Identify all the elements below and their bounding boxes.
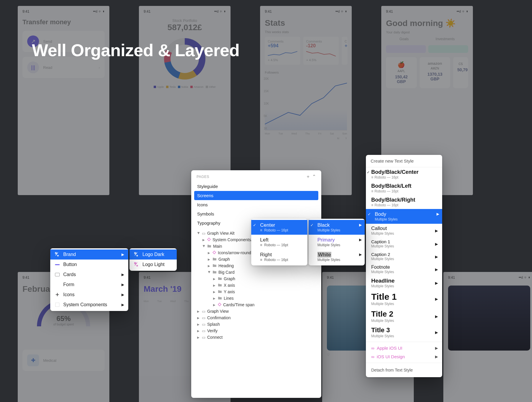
layer-row[interactable]: ▶Lines — [195, 295, 317, 302]
align-left[interactable]: Left ≡Roboto — 16pt — [251, 235, 307, 249]
percent-plus-icon — [134, 262, 140, 267]
layer-row[interactable]: ▶▭Splash — [195, 321, 317, 328]
stat-partial: C +5 — [342, 37, 348, 65]
layer-label: Verify — [207, 328, 218, 333]
chevron-right-icon: ▶ — [437, 212, 439, 216]
chevron-right-icon: ▶ — [121, 293, 124, 297]
chevron-right-icon: ▶ — [435, 281, 438, 285]
color-primary[interactable]: Primary Multiple Styles ▶ — [309, 235, 365, 249]
portfolio-title: Stock Portfolio — [144, 18, 226, 23]
checkmark-icon: ✓ — [310, 223, 314, 227]
night-image — [448, 286, 530, 351]
align-center[interactable]: ✓ Center ≡Roboto — 16pt — [251, 220, 307, 235]
submenu-label: Logo Light — [142, 262, 165, 267]
menu-item-label: Form — [63, 282, 74, 287]
layer-row[interactable]: ▶▭Connect — [195, 334, 317, 341]
phone-transfer-money: 9:41••ıl ᯤ ▮ Transfer money ↗Send |||Rea… — [18, 6, 109, 195]
paragraph-icon: ≡ — [371, 203, 373, 207]
stat-comments-down: Comments -120 + 4.5% — [303, 37, 339, 65]
style-headline[interactable]: Headline Multiple Styles ▶ — [366, 276, 442, 290]
layer-label: Main — [213, 244, 222, 249]
phone-night-card: 9:41••ıl ᯤ ▮ — [443, 272, 532, 402]
layer-row[interactable]: ▶Big Card — [195, 269, 317, 275]
lib-ios-ui-design[interactable]: ∞ iOS UI Design ▶ — [366, 352, 442, 361]
menu-item-cards[interactable]: Cards ▶ — [50, 270, 128, 280]
color-white[interactable]: White Multiple Styles ▶ — [309, 249, 365, 264]
layer-row[interactable]: ▶Y axis — [195, 288, 317, 295]
layer-label: Splash — [207, 322, 220, 327]
menu-item-label: Brand — [63, 252, 76, 257]
menu-item-icons[interactable]: + Icons ▶ — [50, 290, 128, 300]
style-callout[interactable]: Callout Multiple Styles ▶ — [366, 224, 442, 237]
page-icons[interactable]: Icons — [191, 200, 321, 209]
style-body-active[interactable]: ✓ Body Multiple Styles ▶ — [366, 209, 442, 224]
status-bar: 9:41••ıl ᯤ ▮ — [265, 9, 347, 14]
style-title-2[interactable]: Title 2 Multiple Styles ▶ — [366, 308, 442, 325]
layer-row[interactable]: ▶Graph — [195, 275, 317, 282]
layer-label: Lines — [224, 296, 233, 301]
layer-label: Heading — [218, 263, 234, 268]
folder-icon — [218, 290, 222, 294]
chevron-right-icon: ▶ — [435, 297, 438, 301]
layers-panel: PAGES + ⌃ Styleguide Screens Icons Symbo… — [191, 170, 321, 398]
color-black[interactable]: ✓ Black Multiple Styles ▶ — [309, 220, 365, 235]
paragraph-icon: ≡ — [371, 175, 373, 179]
submenu-logo-dark[interactable]: Logo Dark — [129, 249, 177, 260]
menu-item-form[interactable]: Form ▶ — [50, 280, 128, 290]
menu-item-system[interactable]: System Components ▶ — [50, 300, 128, 310]
submenu-label: Logo Dark — [142, 252, 164, 257]
color-flyout: ✓ Black Multiple Styles ▶ Primary Multip… — [309, 219, 365, 265]
phone-portfolio: 9:41••ıl ᯤ ▮ Stock Portfolio 587,012£ Ap… — [139, 6, 231, 195]
style-body-black-center[interactable]: ✓ Body/Black/Center ≡Roboto — 16pt — [366, 167, 442, 181]
svg-point-4 — [134, 252, 136, 254]
style-footnote[interactable]: Footnote Multiple Styles ▶ — [366, 263, 442, 276]
create-text-style[interactable]: Create new Text Style — [366, 155, 442, 167]
menu-item-brand[interactable]: Brand ▶ — [50, 249, 128, 260]
style-title-1[interactable]: Title 1 Multiple Styles ▶ — [366, 290, 442, 308]
plus-icon: + — [54, 292, 60, 297]
style-body-black-left[interactable]: Body/Black/Left ≡Roboto — 16pt — [366, 181, 442, 195]
page-symbols[interactable]: Symbols — [191, 209, 321, 218]
chevron-right-icon: ▶ — [435, 254, 438, 259]
submenu-logo-light[interactable]: Logo Light — [129, 260, 177, 270]
stats-title: Stats — [265, 18, 347, 28]
style-title-3[interactable]: Title 3 Multiple Styles ▶ — [366, 325, 442, 340]
chevron-right-icon: ▶ — [435, 241, 438, 246]
style-caption-2[interactable]: Caption 2 Multiple Styles ▶ — [366, 250, 442, 263]
status-bar: 9:41••ıl ᯤ ▮ — [22, 9, 105, 14]
chevron-right-icon: ▶ — [121, 273, 124, 277]
stock-partial: CS50,79 — [453, 57, 468, 88]
components-menu: Brand ▶ Button Cards ▶ Form ▶ + Icons ▶ … — [50, 248, 128, 311]
style-caption-1[interactable]: Caption 1 Multiple Styles ▶ — [366, 237, 442, 250]
collapse-button[interactable]: ⌃ — [312, 174, 316, 179]
folder-icon — [218, 283, 222, 288]
add-page-button[interactable]: + — [307, 174, 310, 179]
symbol-icon — [213, 251, 216, 255]
link-icon: ∞ — [371, 346, 374, 351]
detach-text-style[interactable]: Detach from Text Style — [366, 365, 442, 374]
lib-apple-ios[interactable]: ∞ Apple iOS UI ▶ — [366, 344, 442, 352]
page-styleguide[interactable]: Styleguide — [191, 182, 321, 191]
artboard-icon: ▭ — [202, 316, 205, 320]
layer-row[interactable]: ▶Cards/Time span — [195, 302, 317, 308]
layer-label: X axis — [224, 283, 235, 288]
style-body-black-right[interactable]: Body/Black/Right ≡Roboto — 16pt — [366, 195, 442, 209]
layer-label: Graph — [218, 257, 230, 262]
layer-row[interactable]: ▶▭Confirmation — [195, 315, 317, 321]
layer-row[interactable]: ▶▭Verify — [195, 328, 317, 334]
layer-row[interactable]: ▶X axis — [195, 282, 317, 288]
align-flyout: ✓ Center ≡Roboto — 16pt Left ≡Roboto — 1… — [251, 219, 307, 265]
pages-header: PAGES — [197, 175, 209, 179]
menu-item-button[interactable]: Button — [50, 260, 128, 270]
page-screens[interactable]: Screens — [194, 191, 318, 200]
menu-item-label: System Components — [63, 302, 107, 307]
artboard-icon: ▭ — [202, 309, 205, 314]
chevron-right-icon: ▶ — [121, 252, 124, 257]
layer-label: Connect — [207, 335, 223, 340]
paragraph-icon: ≡ — [260, 243, 263, 247]
card-icon — [54, 273, 60, 276]
layer-row[interactable]: ▶▭Graph View — [195, 308, 317, 315]
align-right[interactable]: Right ≡Roboto — 16pt — [251, 249, 307, 264]
folder-icon — [213, 270, 217, 275]
paragraph-icon: ≡ — [260, 258, 263, 262]
